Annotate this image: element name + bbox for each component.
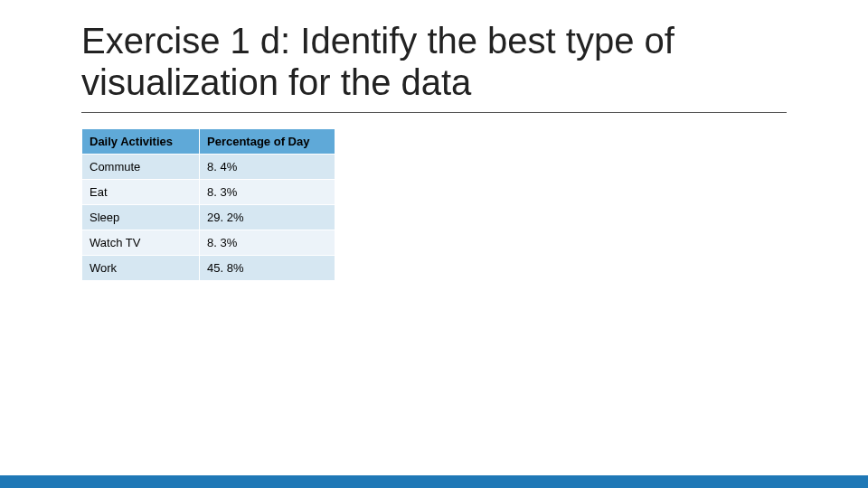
table-row: Sleep 29. 2% — [82, 205, 335, 230]
table-row: Watch TV 8. 3% — [82, 230, 335, 256]
table-row: Eat 8. 3% — [82, 180, 335, 205]
cell-percent: 8. 4% — [200, 155, 335, 180]
cell-activity: Work — [82, 256, 200, 281]
cell-activity: Commute — [82, 155, 200, 180]
slide-accent-band — [0, 475, 868, 488]
title-underline — [81, 112, 787, 113]
cell-activity: Eat — [82, 180, 200, 205]
cell-percent: 29. 2% — [200, 205, 335, 230]
column-header-percent: Percentage of Day — [200, 129, 335, 155]
slide-title: Exercise 1 d: Identify the best type of … — [81, 20, 805, 103]
table-row: Commute 8. 4% — [82, 155, 335, 180]
cell-percent: 45. 8% — [200, 256, 335, 281]
table-header-row: Daily Activities Percentage of Day — [82, 129, 335, 155]
table-row: Work 45. 8% — [82, 256, 335, 281]
cell-activity: Watch TV — [82, 230, 200, 256]
column-header-activity: Daily Activities — [82, 129, 200, 155]
cell-percent: 8. 3% — [200, 180, 335, 205]
cell-activity: Sleep — [82, 205, 200, 230]
activities-table: Daily Activities Percentage of Day Commu… — [81, 128, 335, 281]
cell-percent: 8. 3% — [200, 230, 335, 256]
